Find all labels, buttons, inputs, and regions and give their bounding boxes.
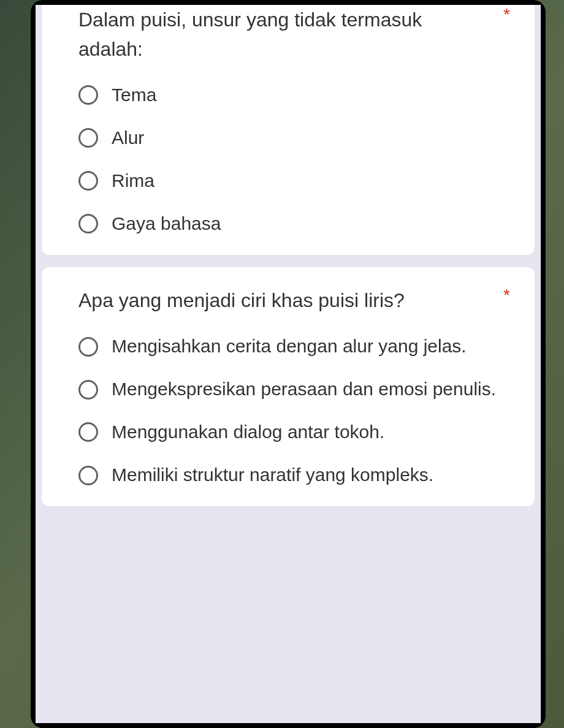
option-label: Tema xyxy=(112,82,156,108)
radio-option-tema[interactable]: Tema xyxy=(78,82,510,108)
question-card-2: Apa yang menjadi ciri khas puisi liris? … xyxy=(42,267,535,506)
question-card-1: Dalam puisi, unsur yang tidak termasuk a… xyxy=(42,5,535,255)
radio-icon xyxy=(78,422,98,442)
question-text: Dalam puisi, unsur yang tidak termasuk a… xyxy=(78,5,491,64)
option-label: Mengisahkan cerita dengan alur yang jela… xyxy=(112,333,467,359)
radio-option-menggunakan[interactable]: Menggunakan dialog antar tokoh. xyxy=(78,419,510,445)
question-text: Apa yang menjadi ciri khas puisi liris? xyxy=(78,286,491,315)
required-asterisk: * xyxy=(503,5,510,25)
options-list: Mengisahkan cerita dengan alur yang jela… xyxy=(78,333,510,488)
question-header: Apa yang menjadi ciri khas puisi liris? … xyxy=(78,286,510,315)
radio-option-mengekspresikan[interactable]: Mengekspresikan perasaan dan emosi penul… xyxy=(78,376,510,402)
question-header: Dalam puisi, unsur yang tidak termasuk a… xyxy=(78,5,510,64)
radio-option-memiliki[interactable]: Memiliki struktur naratif yang kompleks. xyxy=(78,462,510,488)
option-label: Gaya bahasa xyxy=(112,211,221,237)
radio-icon xyxy=(78,171,98,191)
option-label: Memiliki struktur naratif yang kompleks. xyxy=(112,462,433,488)
radio-option-rima[interactable]: Rima xyxy=(78,168,510,194)
form-screen: Dalam puisi, unsur yang tidak termasuk a… xyxy=(36,5,541,723)
option-label: Alur xyxy=(112,125,144,151)
radio-option-alur[interactable]: Alur xyxy=(78,125,510,151)
radio-icon xyxy=(78,337,98,357)
radio-option-mengisahkan[interactable]: Mengisahkan cerita dengan alur yang jela… xyxy=(78,333,510,359)
required-asterisk: * xyxy=(503,286,510,305)
radio-icon xyxy=(78,85,98,105)
option-label: Mengekspresikan perasaan dan emosi penul… xyxy=(112,376,496,402)
phone-frame: Dalam puisi, unsur yang tidak termasuk a… xyxy=(31,0,546,728)
radio-icon xyxy=(78,466,98,485)
radio-option-gaya-bahasa[interactable]: Gaya bahasa xyxy=(78,211,510,237)
option-label: Rima xyxy=(112,168,154,194)
radio-icon xyxy=(78,380,98,400)
radio-icon xyxy=(78,214,98,233)
radio-icon xyxy=(78,128,98,148)
option-label: Menggunakan dialog antar tokoh. xyxy=(112,419,384,445)
options-list: Tema Alur Rima Gaya bahasa xyxy=(78,82,510,237)
